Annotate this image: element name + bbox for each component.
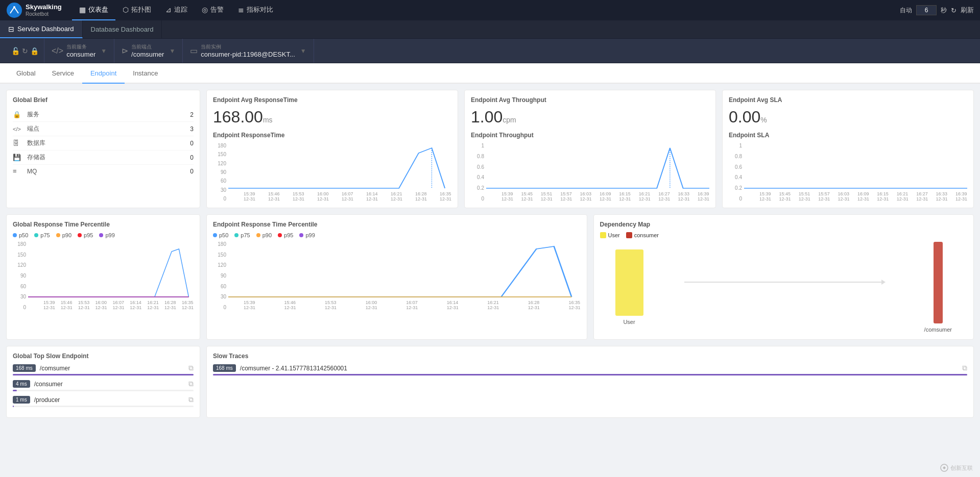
endpoint-response-chart: 1801501209060300 15:3912-3115:4612-3115:… <box>213 143 451 202</box>
dep-legend-user: User <box>600 232 620 238</box>
svg-point-0 <box>7 3 22 18</box>
interval-input[interactable] <box>916 5 937 15</box>
legend-p99: p99 <box>99 232 114 238</box>
refresh-button[interactable]: ↻ <box>951 7 957 14</box>
endpoint-avg-response-title: Endpoint Avg ResponseTime <box>213 96 451 104</box>
endpoint-throughput-chart: 10.80.60.40.20 15:3912-3115:4512-3115:51… <box>471 143 709 202</box>
slow-name-2: /producer <box>34 396 184 404</box>
db-icon: 🗄 <box>13 139 23 147</box>
slow-endpoint-item-2: 1 ms /producer ⧉ <box>13 395 194 407</box>
endpoint-percentile-xaxis: 15:3912-3115:4612-3115:5312-3116:0012-31… <box>228 300 581 310</box>
lock-closed-icon[interactable]: 🔒 <box>30 47 39 55</box>
logo: Skywalking Rocketbot <box>6 2 62 18</box>
slow-bar-0 <box>13 374 194 375</box>
endpoint-avg-throughput-card: Endpoint Avg Throughput 1.00cpm Endpoint… <box>464 90 716 208</box>
page-tab-service[interactable]: Service <box>44 63 82 84</box>
dependency-map-title: Dependency Map <box>600 221 968 228</box>
code-icon: </> <box>52 46 63 56</box>
nav-items: ▦ 仪表盘 ⬡ 拓扑图 ⊿ 追踪 ◎ 告警 ≣ 指标对比 <box>72 0 900 20</box>
dep-arrow <box>684 282 883 283</box>
instance-icon: ▭ <box>190 46 198 56</box>
row3: Global Top Slow Endpoint 168 ms /comsume… <box>6 346 974 418</box>
nav-trace[interactable]: ⊿ 追踪 <box>158 0 195 20</box>
legend-p99-dot <box>99 233 103 237</box>
nav-dashboard[interactable]: ▦ 仪表盘 <box>72 0 115 20</box>
endpoint-avg-sla-card: Endpoint Avg SLA 0.00% Endpoint SLA 10.8… <box>722 90 974 208</box>
slow-copy-0[interactable]: ⧉ <box>188 364 194 372</box>
global-response-yaxis: 1801501209060300 <box>13 241 28 310</box>
nav-dashboard-label: 仪表盘 <box>88 5 108 14</box>
brief-db-value: 0 <box>190 140 194 147</box>
mq-icon: ≡ <box>13 167 23 175</box>
endpoint-throughput-area: 15:3912-3115:4512-3115:5112-3115:5712-31… <box>486 143 709 202</box>
alert-icon: ◎ <box>202 6 208 14</box>
storage-icon: 💾 <box>13 154 23 161</box>
slow-copy-2[interactable]: ⧉ <box>188 395 194 404</box>
legend-p95-dot <box>78 233 82 237</box>
slow-trace-copy-0[interactable]: ⧉ <box>962 364 967 372</box>
refresh-label-button[interactable]: 刷新 <box>961 6 974 15</box>
brief-db-label: 数据库 <box>27 139 190 147</box>
dep-arrowhead <box>881 280 886 285</box>
slow-bar-2 <box>13 406 14 407</box>
legend-p95: p95 <box>78 232 93 238</box>
lock-icon[interactable]: 🔓 <box>11 47 20 55</box>
current-service-selector[interactable]: </> 当前服务 consumer ▼ <box>44 39 114 63</box>
legend-p90: p90 <box>56 232 71 238</box>
endpoint-response-percentile-card: Endpoint Response Time Percentile p50 p7… <box>206 214 587 340</box>
service-bar: 🔓 ↻ 🔒 </> 当前服务 consumer ▼ ⊳ 当前端点 /comsum… <box>0 39 980 63</box>
endpoint-response-percentile-title: Endpoint Response Time Percentile <box>213 221 581 228</box>
endpoint-avg-sla-title: Endpoint Avg SLA <box>729 96 967 104</box>
global-response-legend: p50 p75 p90 p95 p99 <box>13 232 194 238</box>
endpoint-response-chart-title: Endpoint ResponseTime <box>213 132 451 139</box>
dep-consumer-label: /comsumer <box>924 327 952 333</box>
page-tab-global[interactable]: Global <box>8 63 44 84</box>
ep-legend-p90: p90 <box>256 232 272 238</box>
refresh-icon[interactable]: ↻ <box>22 47 28 55</box>
slow-traces-title: Slow Traces <box>213 353 967 360</box>
brief-table: 🔒 服务 2 </> 端点 3 🗄 数据库 0 💾 存储器 0 <box>13 108 194 178</box>
current-service-value: consumer <box>66 51 95 58</box>
global-brief-card: Global Brief 🔒 服务 2 </> 端点 3 🗄 数据库 0 <box>6 90 200 208</box>
dashboard-icon: ▦ <box>79 6 86 14</box>
brief-storage-value: 0 <box>190 154 194 161</box>
tab-service-dashboard[interactable]: ⊟ Service Dashboard <box>0 20 83 38</box>
slow-trace-name-0: /comsumer - 2.41.15777813142560001 <box>240 365 958 372</box>
slow-endpoint-item-0: 168 ms /comsumer ⧉ <box>13 364 194 375</box>
endpoint-avg-sla-value: 0.00 <box>729 108 760 126</box>
slow-copy-1[interactable]: ⧉ <box>188 380 194 388</box>
slow-name-0: /comsumer <box>40 365 184 372</box>
nav-topology[interactable]: ⬡ 拓扑图 <box>115 0 158 20</box>
tab-service-label: Service Dashboard <box>17 25 74 33</box>
current-endpoint-value: /comsumer <box>131 51 164 58</box>
endpoint-sla-chart-title: Endpoint SLA <box>729 132 967 139</box>
current-instance-selector[interactable]: ▭ 当前实例 consumer-pid:11968@DESKT... ▼ <box>183 39 314 63</box>
current-service-label: 当前服务 <box>66 43 95 51</box>
nav-alert[interactable]: ◎ 告警 <box>195 0 231 20</box>
brief-row-storage: 💾 存储器 0 <box>13 150 194 165</box>
page-tab-instance[interactable]: Instance <box>125 63 166 84</box>
dependency-legend: User consumer <box>600 232 968 238</box>
tab-database-dashboard[interactable]: Database Dashboard <box>83 20 162 38</box>
endpoint-avg-response-value: 168.00 <box>213 108 263 126</box>
brief-row-endpoint: </> 端点 3 <box>13 122 194 136</box>
endpoint-sla-yaxis: 10.80.60.40.20 <box>729 143 744 202</box>
auto-label: 自动 <box>900 6 912 15</box>
global-response-area: 15:3912-3115:4612-3115:5312-3116:0012-31… <box>28 241 194 310</box>
global-top-slow-card: Global Top Slow Endpoint 168 ms /comsume… <box>6 346 200 418</box>
slow-name-1: /consumer <box>34 381 184 388</box>
dependency-map-card: Dependency Map User consumer User <box>593 214 974 340</box>
current-endpoint-selector[interactable]: ⊳ 当前端点 /comsumer ▼ <box>114 39 183 63</box>
nav-compare[interactable]: ≣ 指标对比 <box>231 0 280 20</box>
dep-legend-consumer: consumer <box>626 232 659 238</box>
brief-row-mq: ≡ MQ 0 <box>13 165 194 178</box>
legend-p75: p75 <box>34 232 50 238</box>
page-tab-endpoint[interactable]: Endpoint <box>82 63 125 84</box>
endpoint-avg-throughput-value: 1.00 <box>471 108 503 126</box>
brief-service-value: 2 <box>190 111 194 118</box>
current-instance-label: 当前实例 <box>201 43 295 51</box>
nav-alert-label: 告警 <box>210 5 224 14</box>
global-response-percentile-title: Global Response Time Percentile <box>13 221 194 228</box>
ep-legend-p75: p75 <box>234 232 250 238</box>
global-response-percentile-card: Global Response Time Percentile p50 p75 … <box>6 214 200 340</box>
